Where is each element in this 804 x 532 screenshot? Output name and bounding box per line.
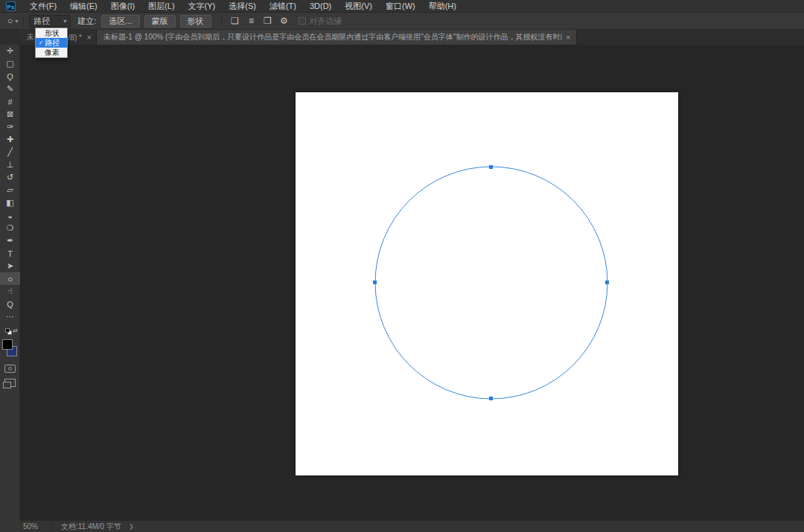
photoshop-logo-icon: Ps: [6, 1, 16, 11]
menu-item-edit[interactable]: 编辑(E): [63, 0, 104, 13]
document-size-info: 文档:11.4M/0 字节: [61, 522, 121, 532]
more-tools-icon[interactable]: ⋯: [0, 310, 20, 323]
document-tab-active[interactable]: 未标题-1 @ 100% (字由会员到期后，只要设计作品是字由会员在会员期限内通…: [97, 30, 577, 45]
menu-bar: Ps 文件(F) 编辑(E) 图像(I) 图层(L) 文字(Y) 选择(S) 滤…: [0, 0, 804, 13]
menu-item-pixels[interactable]: 像素: [36, 48, 67, 57]
path-selection-tool[interactable]: ➤: [0, 260, 20, 272]
menu-item-path[interactable]: ✓ 路径: [36, 38, 67, 48]
menu-item-type[interactable]: 文字(Y): [182, 0, 223, 13]
menu-item-help[interactable]: 帮助(H): [422, 0, 463, 13]
chevron-down-icon: ▾: [15, 18, 18, 25]
gear-icon[interactable]: ⚙: [276, 14, 293, 28]
align-edges-checkbox: [299, 17, 306, 25]
align-edges-label: 对齐边缘: [310, 16, 342, 27]
make-mask-button[interactable]: 蒙版: [144, 15, 176, 28]
menu-item-3d[interactable]: 3D(D): [303, 0, 338, 13]
document-tab-bar: 未标 %(RGB/8) * × 未标题-1 @ 100% (字由会员到期后，只要…: [0, 30, 804, 45]
brush-tool[interactable]: ╱: [0, 146, 20, 158]
menu-item-filter[interactable]: 滤镜(T): [263, 0, 303, 13]
photoshop-window: Ps 文件(F) 编辑(E) 图像(I) 图层(L) 文字(Y) 选择(S) 滤…: [0, 0, 804, 532]
hand-tool[interactable]: ☝: [0, 285, 20, 298]
anchor-point-left[interactable]: [373, 281, 377, 284]
document-canvas[interactable]: [296, 92, 678, 475]
checkmark-icon: ✓: [37, 39, 45, 46]
type-tool[interactable]: T: [0, 247, 20, 260]
tabbar-spacer: [0, 30, 20, 45]
history-brush-tool[interactable]: ↺: [0, 171, 20, 184]
close-icon[interactable]: ×: [566, 33, 570, 42]
ellipse-tool-icon: ○: [7, 16, 13, 26]
dodge-tool[interactable]: ❍: [0, 222, 20, 234]
tool-mode-menu: 形状 ✓ 路径 像素: [35, 28, 68, 58]
path-alignment-icon[interactable]: ≡: [243, 14, 260, 28]
make-label: 建立:: [77, 16, 96, 27]
tools-panel: ✛ ▢ Ϙ ✎ # ⊠ ✑ ✚ ╱ ⊥ ↺ ▱ ◧ ◒ ❍ ✒ T ➤ ○ ☝ …: [0, 45, 20, 532]
default-colors-icon[interactable]: [5, 328, 10, 333]
menu-item-window[interactable]: 窗口(W): [379, 0, 422, 13]
menu-item-view[interactable]: 视图(V): [338, 0, 379, 13]
swap-colors-icon[interactable]: ⇄: [13, 327, 18, 334]
close-icon[interactable]: ×: [87, 33, 92, 42]
tool-mode-value: 路径: [34, 16, 50, 27]
color-swatches: [0, 338, 20, 359]
tool-mode-dropdown[interactable]: 路径 ▾: [29, 15, 71, 28]
menu-item-file[interactable]: 文件(F): [23, 0, 63, 13]
chevron-down-icon: ▾: [63, 18, 66, 25]
crop-tool[interactable]: #: [0, 95, 20, 108]
frame-tool[interactable]: ⊠: [0, 108, 20, 121]
align-edges-option: 对齐边缘: [299, 16, 342, 27]
eraser-tool[interactable]: ▱: [0, 184, 20, 196]
anchor-point-top[interactable]: [489, 165, 493, 169]
make-selection-button[interactable]: 选区...: [101, 15, 139, 28]
marquee-tool[interactable]: ▢: [0, 57, 20, 70]
status-expander-icon[interactable]: ❯: [129, 523, 134, 530]
zoom-level-field[interactable]: 50%: [23, 522, 51, 531]
clone-stamp-tool[interactable]: ⊥: [0, 158, 20, 171]
menu-item-label: 路径: [45, 38, 60, 48]
gradient-tool[interactable]: ◧: [0, 196, 20, 209]
zoom-tool[interactable]: Q: [0, 298, 20, 310]
ellipse-tool[interactable]: ○: [0, 272, 20, 285]
statusbar-corner: [0, 520, 20, 532]
menu-item-shape[interactable]: 形状: [36, 28, 67, 38]
quick-mask-icon[interactable]: [4, 365, 16, 373]
path-operations-icon[interactable]: ❏: [227, 14, 243, 28]
status-bar: 50% 文档:11.4M/0 字节 ❯: [20, 520, 804, 532]
foreground-color-swatch[interactable]: [2, 339, 13, 350]
path-arrangement-icon[interactable]: ❐: [260, 14, 276, 28]
tool-preset-picker[interactable]: ○ ▾: [7, 16, 18, 26]
menu-item-image[interactable]: 图像(I): [104, 0, 141, 13]
menu-item-label: 像素: [45, 48, 60, 58]
quick-selection-tool[interactable]: ✎: [0, 83, 20, 95]
lasso-tool[interactable]: Ϙ: [0, 70, 20, 83]
divider: [23, 15, 24, 27]
divider: [51, 521, 52, 532]
eyedropper-tool[interactable]: ✑: [0, 121, 20, 133]
ellipse-path[interactable]: [375, 167, 607, 399]
make-shape-button[interactable]: 形状: [180, 15, 211, 28]
healing-brush-tool[interactable]: ✚: [0, 133, 20, 146]
blur-tool[interactable]: ◒: [0, 209, 20, 222]
tool-options-bar: ○ ▾ 路径 ▾ 建立: 选区... 蒙版 形状 ❏ ≡ ❐ ⚙ 对齐边缘: [0, 13, 804, 30]
canvas-area[interactable]: [20, 45, 804, 520]
divider: [221, 15, 222, 27]
menu-item-label: 形状: [45, 28, 60, 39]
anchor-point-bottom[interactable]: [489, 397, 493, 400]
screen-mode-icon[interactable]: [4, 379, 16, 387]
move-tool[interactable]: ✛: [0, 45, 20, 57]
pen-tool[interactable]: ✒: [0, 234, 20, 247]
tab-label: 未标题-1 @ 100% (字由会员到期后，只要设计作品是字由会员在会员期限内通…: [103, 32, 562, 42]
anchor-point-right[interactable]: [605, 281, 609, 284]
menu-item-layer[interactable]: 图层(L): [141, 0, 181, 13]
menu-item-select[interactable]: 选择(S): [222, 0, 263, 13]
path-overlay: [296, 92, 678, 475]
